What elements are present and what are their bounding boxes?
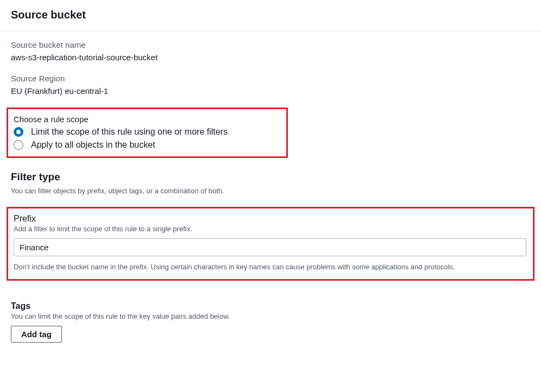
- panel-header: Source bucket: [0, 0, 541, 31]
- filter-type-heading: Filter type: [11, 171, 530, 183]
- prefix-note: Don't include the bucket name in the pre…: [14, 262, 526, 273]
- source-region-label: Source Region: [11, 74, 530, 83]
- source-bucket-name-value: aws-s3-replication-tutorial-source-bucke…: [11, 53, 530, 62]
- add-tag-button[interactable]: Add tag: [11, 326, 62, 343]
- scope-option-all-label: Apply to all objects in the bucket: [31, 140, 155, 150]
- tags-help: You can limit the scope of this rule to …: [11, 312, 530, 320]
- prefix-input[interactable]: [14, 238, 526, 256]
- tags-title: Tags: [11, 301, 530, 311]
- filter-type-help: You can filter objects by prefix, object…: [11, 186, 530, 196]
- prefix-group: Prefix Add a filter to limit the scope o…: [7, 207, 534, 281]
- page-title: Source bucket: [11, 9, 530, 21]
- filter-type-section: Filter type You can filter objects by pr…: [0, 171, 541, 196]
- scope-option-filters[interactable]: Limit the scope of this rule using one o…: [14, 127, 281, 137]
- prefix-title: Prefix: [14, 214, 526, 224]
- radio-selected-icon: [14, 127, 23, 137]
- source-region-value: EU (Frankfurt) eu-central-1: [11, 86, 530, 96]
- source-bucket-name-label: Source bucket name: [11, 40, 530, 49]
- scope-option-filters-label: Limit the scope of this rule using one o…: [31, 127, 228, 137]
- radio-unselected-icon: [14, 140, 23, 150]
- prefix-help: Add a filter to limit the scope of this …: [14, 225, 526, 233]
- tags-section: Tags You can limit the scope of this rul…: [0, 281, 541, 348]
- rule-scope-title: Choose a rule scope: [14, 115, 281, 124]
- source-section: Source bucket name aws-s3-replication-tu…: [0, 31, 541, 96]
- scope-option-all[interactable]: Apply to all objects in the bucket: [14, 140, 281, 150]
- rule-scope-group: Choose a rule scope Limit the scope of t…: [7, 108, 288, 158]
